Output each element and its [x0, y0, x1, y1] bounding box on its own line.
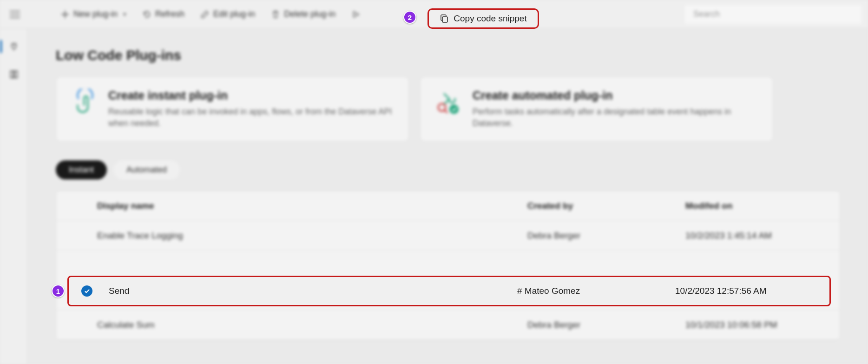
card-automated-plugin[interactable]: Create automated plug-in Perform tasks a…	[420, 76, 773, 142]
row-selected-checkmark-icon[interactable]	[81, 285, 92, 297]
copy-code-snippet-button[interactable]: Copy code snippet	[427, 8, 539, 29]
search-input[interactable]	[685, 5, 861, 24]
edit-plugin-label: Edit plug-in	[213, 9, 255, 19]
row-modified-on: 10/2/2023 12:57:56 AM	[671, 286, 829, 296]
rail-plugins-icon[interactable]	[6, 38, 22, 55]
touch-icon	[70, 89, 98, 117]
card-instant-title: Create instant plug-in	[108, 89, 395, 102]
col-created-by[interactable]: Created by	[524, 201, 682, 211]
row-created-by: Debra Berger	[524, 320, 682, 330]
card-automated-desc: Perform tasks automatically after a desi…	[473, 106, 759, 129]
tab-instant[interactable]: Instant	[56, 160, 107, 179]
main-content: Low Code Plug-ins Create instant plug-in…	[28, 29, 868, 364]
hamburger-menu-icon[interactable]	[7, 6, 23, 23]
copy-snippet-label: Copy code snippet	[454, 13, 526, 24]
refresh-icon	[142, 10, 151, 19]
page-title: Low Code Plug-ins	[56, 47, 840, 63]
edit-plugin-button[interactable]: Edit plug-in	[194, 6, 262, 23]
row-name: Calculate Sum	[93, 320, 524, 330]
rail-book-icon[interactable]	[6, 66, 22, 83]
table-row[interactable]: Calculate Sum Debra Berger 10/1/2023 10:…	[56, 310, 840, 340]
edit-icon	[200, 10, 210, 19]
row-created-by: # Mateo Gomez	[513, 286, 671, 296]
left-rail	[0, 29, 28, 364]
col-modified-on[interactable]: Modifed on	[682, 201, 840, 211]
card-instant-desc: Reusable logic that can be invoked in ap…	[108, 106, 395, 129]
refresh-label: Refresh	[155, 9, 184, 19]
row-modified-on: 10/2/2023 1:45:14 AM	[682, 231, 840, 241]
play-button[interactable]	[345, 6, 367, 23]
table-row-selected[interactable]: Send # Mateo Gomez 10/2/2023 12:57:56 AM	[67, 276, 831, 306]
card-automated-title: Create automated plug-in	[473, 89, 759, 102]
copy-icon	[440, 14, 449, 23]
delete-plugin-label: Delete plug-in	[284, 9, 335, 19]
refresh-button[interactable]: Refresh	[136, 6, 191, 23]
plus-icon	[60, 10, 70, 19]
svg-point-0	[449, 105, 459, 114]
col-display-name[interactable]: Display name	[93, 201, 524, 211]
table-row[interactable]: Enable Trace Logging Debra Berger 10/2/2…	[56, 221, 840, 251]
row-created-by: Debra Berger	[524, 231, 682, 241]
row-modified-on: 10/1/2023 10:06:58 PM	[682, 320, 840, 330]
svg-point-1	[438, 104, 446, 111]
new-plugin-button[interactable]: New plug-in ▾	[54, 6, 133, 23]
row-name: Send	[105, 286, 513, 296]
delete-plugin-button[interactable]: Delete plug-in	[264, 6, 342, 23]
plug-icon	[434, 89, 462, 117]
tab-automated[interactable]: Automated	[113, 160, 180, 179]
trash-icon	[271, 10, 280, 19]
chevron-down-icon: ▾	[123, 11, 126, 18]
play-icon	[351, 10, 361, 19]
table-header: Display name Created by Modifed on	[56, 191, 840, 221]
plugins-table: Display name Created by Modifed on Enabl…	[56, 191, 840, 340]
new-plugin-label: New plug-in	[73, 9, 118, 19]
card-instant-plugin[interactable]: Create instant plug-in Reusable logic th…	[56, 76, 409, 142]
row-name: Enable Trace Logging	[93, 231, 524, 241]
svg-rect-2	[442, 17, 447, 22]
